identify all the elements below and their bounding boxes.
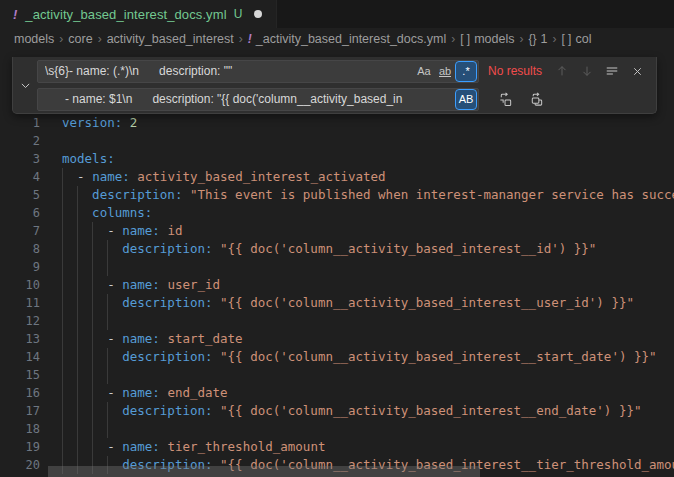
- line-number[interactable]: 4: [0, 168, 62, 186]
- code-line-content[interactable]: - name: end_date: [62, 384, 674, 402]
- find-in-selection-button[interactable]: [602, 61, 622, 81]
- code-line-content[interactable]: - name: id: [62, 222, 674, 240]
- code-line[interactable]: 15: [0, 366, 674, 384]
- code-line-content[interactable]: - name: start_date: [62, 330, 674, 348]
- code-line-content[interactable]: columns:: [62, 204, 674, 222]
- code-line[interactable]: 2: [0, 132, 674, 150]
- indent-guide: [62, 402, 63, 420]
- line-number[interactable]: 11: [0, 294, 62, 312]
- match-case-toggle[interactable]: Aa: [414, 62, 434, 81]
- editor-pane[interactable]: 1version: 223models:4 - name: activity_b…: [0, 50, 674, 477]
- line-number[interactable]: 19: [0, 438, 62, 456]
- code-line-content[interactable]: [62, 132, 674, 150]
- indent-guide: [77, 420, 78, 438]
- breadcrumb-item[interactable]: models: [14, 32, 54, 46]
- code-line[interactable]: 14 description: "{{ doc('column__activit…: [0, 348, 674, 366]
- code-line[interactable]: 7 - name: id: [0, 222, 674, 240]
- indent-guide: [107, 366, 108, 384]
- code-line[interactable]: 16 - name: end_date: [0, 384, 674, 402]
- code-line-content[interactable]: version: 2: [62, 114, 674, 132]
- find-input[interactable]: \s{6}- name: (.*)\n description: "" Aa a…: [37, 60, 479, 83]
- tab-filename: _activity_based_interest_docs.yml: [25, 7, 226, 22]
- code-line[interactable]: 6 columns:: [0, 204, 674, 222]
- breadcrumb-item[interactable]: [ ]models: [460, 32, 514, 46]
- code-line-content[interactable]: description: "{{ doc('column__activity_b…: [62, 348, 674, 366]
- line-number[interactable]: 12: [0, 312, 62, 330]
- code-line-content[interactable]: - name: user_id: [62, 276, 674, 294]
- breadcrumb-item[interactable]: [ ]col: [561, 32, 591, 46]
- line-number[interactable]: 18: [0, 420, 62, 438]
- indent-guide: [62, 276, 63, 294]
- editor-tab[interactable]: ! _activity_based_interest_docs.yml U: [0, 0, 277, 28]
- code-line-content[interactable]: [62, 420, 674, 438]
- close-find-widget-button[interactable]: [627, 61, 647, 81]
- code-line[interactable]: 11 description: "{{ doc('column__activit…: [0, 294, 674, 312]
- line-number[interactable]: 17: [0, 402, 62, 420]
- next-match-button[interactable]: [577, 61, 597, 81]
- line-number[interactable]: 16: [0, 384, 62, 402]
- code-line-content[interactable]: description: "{{ doc('column__activity_b…: [62, 402, 674, 420]
- previous-match-button[interactable]: [552, 61, 572, 81]
- code-line[interactable]: 10 - name: user_id: [0, 276, 674, 294]
- indent-guide: [107, 258, 108, 276]
- indent-guide: [77, 330, 78, 348]
- code-line[interactable]: 4 - name: activity_based_interest_activa…: [0, 168, 674, 186]
- code-line-content[interactable]: [62, 258, 674, 276]
- line-number[interactable]: 3: [0, 150, 62, 168]
- indent-guide: [62, 348, 63, 366]
- code-line-content[interactable]: - name: activity_based_interest_activate…: [62, 168, 674, 186]
- modified-dot-icon[interactable]: [254, 10, 262, 18]
- code-line-content[interactable]: description: "This event is published wh…: [62, 186, 674, 204]
- line-number[interactable]: 6: [0, 204, 62, 222]
- code-line[interactable]: 17 description: "{{ doc('column__activit…: [0, 402, 674, 420]
- code-line[interactable]: 9: [0, 258, 674, 276]
- line-number[interactable]: 5: [0, 186, 62, 204]
- line-number[interactable]: 8: [0, 240, 62, 258]
- line-number[interactable]: 7: [0, 222, 62, 240]
- breadcrumb-separator: ›: [552, 32, 556, 46]
- code-line-content[interactable]: models:: [62, 150, 674, 168]
- code-line[interactable]: 18: [0, 420, 674, 438]
- regex-toggle[interactable]: .*: [456, 62, 476, 81]
- breadcrumb-item[interactable]: core: [68, 32, 92, 46]
- code-line[interactable]: 1version: 2: [0, 114, 674, 132]
- indent-guide: [92, 438, 93, 456]
- code-line[interactable]: 12: [0, 312, 674, 330]
- breadcrumb-label: 1: [540, 32, 547, 46]
- line-number[interactable]: 9: [0, 258, 62, 276]
- line-number[interactable]: 10: [0, 276, 62, 294]
- line-number[interactable]: 15: [0, 366, 62, 384]
- breadcrumb-item[interactable]: activity_based_interest: [107, 32, 234, 46]
- indent-guide: [77, 258, 78, 276]
- indent-guide: [62, 258, 63, 276]
- code-line[interactable]: 19 - name: tier_threshold_amount: [0, 438, 674, 456]
- code-line-content[interactable]: [62, 366, 674, 384]
- code-line-content[interactable]: - name: tier_threshold_amount: [62, 438, 674, 456]
- breadcrumb-separator: ›: [451, 32, 455, 46]
- horizontal-scrollbar[interactable]: [48, 466, 480, 477]
- code-line[interactable]: 5 description: "This event is published …: [0, 186, 674, 204]
- breadcrumb-item[interactable]: {}1: [528, 32, 547, 46]
- replace-one-button[interactable]: [495, 89, 515, 109]
- code-line-content[interactable]: [62, 312, 674, 330]
- code-area[interactable]: 1version: 223models:4 - name: activity_b…: [0, 114, 674, 474]
- replace-input[interactable]: - name: $1\n description: "{{ doc('colum…: [37, 88, 479, 111]
- line-number[interactable]: 1: [0, 114, 62, 132]
- code-line-content[interactable]: description: "{{ doc('column__activity_b…: [62, 294, 674, 312]
- replace-all-button[interactable]: [526, 89, 546, 109]
- whole-word-toggle[interactable]: ab: [435, 62, 455, 81]
- toggle-replace-chevron[interactable]: [13, 57, 37, 113]
- indent-guide: [92, 312, 93, 330]
- line-number[interactable]: 14: [0, 348, 62, 366]
- code-line[interactable]: 3models:: [0, 150, 674, 168]
- indent-guide: [62, 168, 63, 186]
- code-line-content[interactable]: description: "{{ doc('column__activity_b…: [62, 240, 674, 258]
- indent-guide: [77, 384, 78, 402]
- line-number[interactable]: 13: [0, 330, 62, 348]
- code-line[interactable]: 8 description: "{{ doc('column__activity…: [0, 240, 674, 258]
- line-number[interactable]: 2: [0, 132, 62, 150]
- breadcrumb-item[interactable]: !_activity_based_interest_docs.yml: [248, 32, 446, 46]
- breadcrumb-label: models: [14, 32, 54, 46]
- preserve-case-toggle[interactable]: AB: [456, 90, 476, 109]
- code-line[interactable]: 13 - name: start_date: [0, 330, 674, 348]
